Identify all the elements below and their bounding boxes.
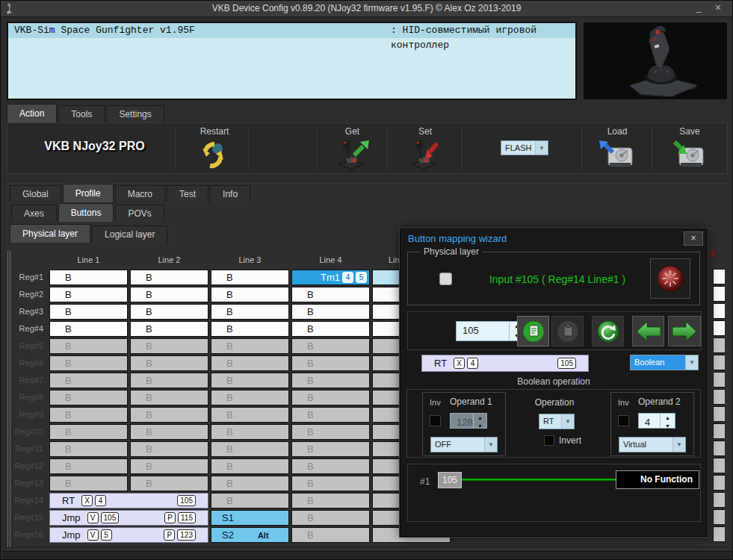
button-cell[interactable]: B — [130, 476, 208, 491]
selected-button-cell[interactable]: Tm145 — [291, 270, 370, 285]
tab-settings[interactable]: Settings — [106, 105, 164, 122]
hidden-column-cell[interactable] — [713, 492, 725, 508]
button-cell[interactable]: B — [291, 321, 370, 337]
input-number-spinner[interactable]: 105 ▲▼ — [456, 321, 525, 341]
get-icon[interactable] — [336, 139, 369, 173]
next-input-button[interactable] — [668, 316, 701, 346]
result-function-box[interactable]: No Function — [616, 470, 699, 489]
button-cell[interactable]: B — [291, 424, 370, 440]
button-cell[interactable]: B — [291, 390, 370, 405]
button-cell[interactable]: B — [291, 476, 370, 491]
button-cell[interactable]: B — [49, 458, 128, 474]
hidden-column-cell[interactable] — [713, 389, 725, 405]
button-cell[interactable]: B — [211, 390, 289, 405]
button-cell[interactable]: B — [130, 304, 208, 320]
hidden-column-cell[interactable] — [713, 303, 725, 319]
button-cell[interactable]: B — [130, 441, 208, 457]
hidden-column-cell[interactable] — [713, 286, 725, 302]
button-cell[interactable]: B — [130, 458, 208, 474]
button-cell[interactable]: B — [211, 373, 289, 388]
button-cell[interactable]: B — [49, 338, 128, 354]
tab-global[interactable]: Global — [10, 185, 61, 202]
button-cell[interactable]: B — [291, 458, 370, 474]
button-cell[interactable]: B — [291, 373, 370, 388]
mapping-cell[interactable]: JmpV105P115 — [49, 510, 208, 526]
button-cell[interactable]: B — [130, 321, 208, 337]
button-cell[interactable]: B — [211, 407, 289, 423]
tab-logical-layer[interactable]: Logical layer — [92, 225, 167, 243]
tab-tools[interactable]: Tools — [58, 105, 105, 122]
button-cell[interactable]: B — [130, 407, 208, 423]
button-cell[interactable]: B — [211, 493, 289, 508]
hidden-column-cell[interactable] — [713, 475, 725, 491]
shift-cell[interactable]: S2Alt — [211, 527, 289, 543]
button-cell[interactable]: B — [291, 287, 370, 302]
operation-select[interactable]: RT ▼ — [539, 414, 575, 429]
paste-button[interactable] — [551, 316, 584, 346]
close-button[interactable]: × — [710, 2, 726, 15]
button-cell[interactable]: B — [130, 355, 208, 371]
button-cell[interactable]: B — [49, 287, 128, 302]
button-cell[interactable]: B — [211, 476, 289, 491]
operand1-mode-select[interactable]: OFF ▼ — [430, 437, 498, 452]
button-cell[interactable]: B — [291, 441, 370, 457]
button-cell[interactable]: B — [130, 338, 208, 354]
tab-action[interactable]: Action — [7, 104, 57, 122]
flash-select[interactable]: FLASH ▼ — [501, 140, 548, 155]
button-cell[interactable]: B — [49, 441, 128, 457]
hidden-column-cell[interactable] — [713, 269, 725, 284]
button-cell[interactable]: B — [211, 270, 289, 285]
hidden-column-cell[interactable] — [713, 337, 725, 353]
tab-buttons[interactable]: Buttons — [58, 203, 114, 222]
button-cell[interactable]: B — [211, 304, 289, 320]
hidden-column-cell[interactable] — [713, 458, 725, 473]
tab-test[interactable]: Test — [167, 185, 208, 202]
hidden-column-cell[interactable] — [713, 355, 725, 370]
tab-info[interactable]: Info — [210, 185, 250, 202]
previous-input-button[interactable] — [632, 316, 664, 346]
save-icon[interactable] — [670, 139, 705, 173]
tab-profile[interactable]: Profile — [63, 184, 114, 202]
operand1-value-spinner[interactable]: 128 ▲▼ — [450, 413, 487, 429]
spinner-arrows[interactable]: ▲▼ — [660, 414, 675, 428]
shift-cell[interactable]: S1 — [211, 510, 289, 526]
button-cell[interactable]: B — [130, 424, 208, 440]
hidden-column-cell[interactable] — [713, 423, 725, 439]
function-type-select[interactable]: Boolean ▼ — [630, 355, 699, 370]
hidden-column-cell[interactable] — [713, 526, 725, 542]
tab-axes[interactable]: Axes — [11, 205, 57, 222]
operand2-inv-checkbox[interactable] — [618, 415, 629, 426]
button-cell[interactable]: B — [49, 373, 128, 388]
button-cell[interactable]: B — [211, 338, 289, 354]
hidden-column-cell[interactable] — [713, 320, 725, 336]
hidden-column-cell[interactable] — [713, 372, 725, 388]
button-cell[interactable]: B — [291, 407, 370, 423]
load-icon[interactable] — [599, 139, 634, 173]
button-cell[interactable]: B — [49, 270, 128, 285]
mapping-cell[interactable]: JmpV5P123 — [49, 527, 208, 543]
invert-checkbox[interactable] — [544, 435, 554, 446]
reset-button[interactable] — [592, 316, 624, 346]
button-cell[interactable]: B — [130, 270, 208, 285]
minimize-button[interactable]: _ — [690, 2, 707, 15]
tab-povs[interactable]: POVs — [115, 205, 164, 222]
restart-icon[interactable] — [198, 139, 228, 173]
button-cell[interactable]: B — [211, 458, 289, 474]
button-cell[interactable]: B — [291, 510, 370, 526]
spinner-arrows[interactable]: ▲▼ — [473, 414, 486, 428]
button-cell[interactable]: B — [211, 355, 289, 371]
dialog-close-button[interactable]: × — [684, 231, 703, 246]
hidden-column-cell[interactable] — [713, 406, 725, 422]
button-cell[interactable]: B — [49, 390, 128, 405]
hidden-column-cell[interactable] — [713, 441, 725, 456]
button-cell[interactable]: B — [291, 304, 370, 320]
button-cell[interactable]: B — [211, 321, 289, 337]
button-cell[interactable]: B — [211, 441, 289, 457]
button-cell[interactable]: B — [130, 287, 208, 302]
button-cell[interactable]: B — [49, 355, 128, 371]
button-cell[interactable]: B — [211, 424, 289, 440]
button-cell[interactable]: B — [130, 390, 208, 405]
button-cell[interactable]: B — [49, 476, 128, 491]
button-cell[interactable]: B — [211, 287, 289, 302]
operand2-value-spinner[interactable]: 4 ▲▼ — [638, 413, 675, 429]
